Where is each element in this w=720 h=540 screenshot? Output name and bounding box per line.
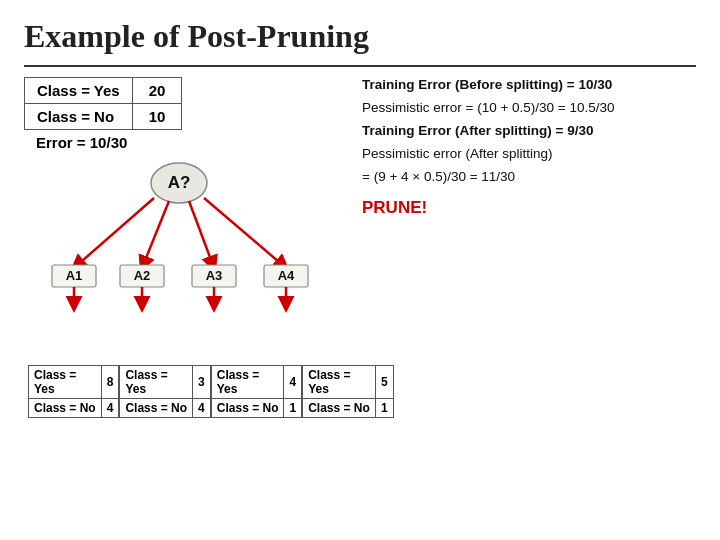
page-title: Example of Post-Pruning [24, 18, 696, 55]
tree-area: A? A1 A2 [24, 153, 334, 418]
leaf-table-2: Class =Yes3 Class = No4 [119, 365, 210, 418]
class-yes-value: 20 [132, 78, 182, 104]
leaf1-yes: Class =Yes [29, 366, 102, 399]
svg-line-4 [189, 201, 214, 268]
table-row: Class = Yes 20 [25, 78, 182, 104]
leaf4-yes: Class =Yes [303, 366, 376, 399]
leaf3-no: Class = No [211, 399, 284, 418]
class-no-value: 10 [132, 104, 182, 130]
right-side: Training Error (Before splitting) = 10/3… [344, 77, 696, 418]
page: Example of Post-Pruning Class = Yes 20 C… [0, 0, 720, 540]
divider [24, 65, 696, 67]
leaf2-no: Class = No [120, 399, 193, 418]
leaf-tables-row: Class =Yes8 Class = No4 Class =Yes3 Clas… [24, 365, 334, 418]
svg-line-2 [74, 198, 154, 268]
content-area: Class = Yes 20 Class = No 10 Error = 10/… [24, 77, 696, 418]
leaf2-no-val: 4 [193, 399, 211, 418]
table-row: Class = No 10 [25, 104, 182, 130]
prune-label: PRUNE! [362, 198, 696, 218]
svg-text:A4: A4 [278, 268, 295, 283]
leaf4-no: Class = No [303, 399, 376, 418]
svg-line-3 [142, 201, 169, 268]
class-yes-label: Class = Yes [25, 78, 133, 104]
leaf2-yes-val: 3 [193, 366, 211, 399]
leaf3-no-val: 1 [284, 399, 302, 418]
svg-text:A2: A2 [134, 268, 151, 283]
leaf-table-1: Class =Yes8 Class = No4 [28, 365, 119, 418]
svg-line-5 [204, 198, 286, 268]
svg-text:A3: A3 [206, 268, 223, 283]
leaf3-yes: Class =Yes [211, 366, 284, 399]
leaf1-no-val: 4 [101, 399, 119, 418]
annotation-line5: = (9 + 4 × 0.5)/30 = 11/30 [362, 169, 696, 184]
leaf2-yes: Class =Yes [120, 366, 193, 399]
class-table: Class = Yes 20 Class = No 10 [24, 77, 182, 130]
svg-text:A?: A? [168, 173, 191, 192]
annotation-line1: Training Error (Before splitting) = 10/3… [362, 77, 696, 92]
annotation-line3: Training Error (After splitting) = 9/30 [362, 123, 696, 138]
leaf1-yes-val: 8 [101, 366, 119, 399]
error-label: Error = 10/30 [24, 134, 344, 151]
annotation-line4: Pessimistic error (After splitting) [362, 146, 696, 161]
leaf3-yes-val: 4 [284, 366, 302, 399]
annotation-line2: Pessimistic error = (10 + 0.5)/30 = 10.5… [362, 100, 696, 115]
leaf4-yes-val: 5 [375, 366, 393, 399]
leaf4-no-val: 1 [375, 399, 393, 418]
leaf-table-4: Class =Yes5 Class = No1 [302, 365, 393, 418]
leaf1-no: Class = No [29, 399, 102, 418]
svg-text:A1: A1 [66, 268, 83, 283]
class-no-label: Class = No [25, 104, 133, 130]
left-side: Class = Yes 20 Class = No 10 Error = 10/… [24, 77, 344, 418]
leaf-table-3: Class =Yes4 Class = No1 [211, 365, 302, 418]
